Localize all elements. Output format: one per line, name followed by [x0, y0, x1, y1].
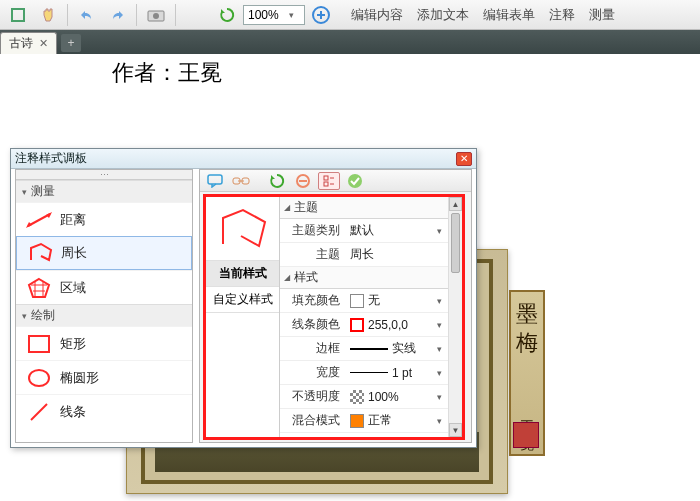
prop-theme[interactable]: 主题 周长: [280, 243, 448, 267]
svg-marker-9: [29, 279, 49, 297]
prop-width[interactable]: 宽度 1 pt▾: [280, 361, 448, 385]
line-sample-icon: [350, 348, 388, 350]
snapshot-icon[interactable]: [142, 3, 170, 27]
style-tab-custom[interactable]: 自定义样式: [206, 287, 279, 313]
svg-point-27: [348, 174, 362, 188]
group-style[interactable]: 样式: [280, 267, 448, 289]
svg-rect-17: [208, 175, 222, 184]
chevron-down-icon[interactable]: ▾: [437, 320, 442, 330]
title-strip: 墨 梅 王 冕: [509, 290, 545, 456]
menu-measure[interactable]: 测量: [589, 6, 615, 24]
tool-ellipse[interactable]: 椭圆形: [16, 360, 192, 394]
swatch-icon: [350, 294, 364, 308]
distance-icon: [26, 208, 52, 232]
chevron-down-icon[interactable]: ▾: [437, 368, 442, 378]
prop-border[interactable]: 边框 实线▾: [280, 337, 448, 361]
prop-fill-color[interactable]: 填充颜色 无▾: [280, 289, 448, 313]
svg-marker-7: [26, 222, 32, 228]
svg-rect-14: [29, 336, 49, 352]
ellipse-icon: [26, 366, 52, 390]
svg-rect-23: [324, 176, 328, 180]
chevron-down-icon[interactable]: ▾: [437, 392, 442, 402]
prop-blend-mode[interactable]: 混合模式 正常▾: [280, 409, 448, 433]
comment-icon[interactable]: [204, 172, 226, 190]
checklist-icon[interactable]: [318, 172, 340, 190]
scroll-down-icon[interactable]: ▼: [449, 423, 462, 437]
svg-line-6: [28, 214, 50, 226]
prop-stroke-color[interactable]: 线条颜色 255,0,0▾: [280, 313, 448, 337]
scrollbar[interactable]: ▲ ▼: [448, 197, 462, 437]
rectangle-icon: [26, 332, 52, 356]
tab-title: 古诗: [9, 35, 33, 52]
area-icon: [26, 276, 52, 300]
author-text: 作者：王冕: [112, 58, 672, 88]
zoom-value[interactable]: 100%: [248, 8, 279, 22]
svg-line-16: [31, 404, 47, 420]
svg-point-15: [29, 370, 49, 386]
zoom-combo[interactable]: 100% ▾: [243, 5, 305, 25]
scroll-up-icon[interactable]: ▲: [449, 197, 462, 211]
menu-add-text[interactable]: 添加文本: [417, 6, 469, 24]
delete-icon[interactable]: [292, 172, 314, 190]
seal-icon: [513, 422, 539, 448]
link-icon[interactable]: [230, 172, 252, 190]
grip-icon[interactable]: ⋯: [16, 170, 192, 180]
style-thumbnail: [206, 197, 279, 261]
prop-theme-category[interactable]: 主题类别 默认▾: [280, 219, 448, 243]
undo-icon[interactable]: [73, 3, 101, 27]
redo-icon[interactable]: [103, 3, 131, 27]
menu-edit-form[interactable]: 编辑表单: [483, 6, 535, 24]
menu-annotate[interactable]: 注释: [549, 6, 575, 24]
tool-line[interactable]: 线条: [16, 394, 192, 428]
close-icon[interactable]: ✕: [39, 37, 48, 50]
swatch-icon: [350, 414, 364, 428]
svg-point-2: [153, 13, 159, 19]
chevron-down-icon[interactable]: ▾: [289, 10, 294, 20]
annotation-style-panel: 注释样式调板 ✕ ⋯ 测量 距离: [10, 148, 477, 448]
hand-tool-icon[interactable]: [34, 3, 62, 27]
tab-strip: 古诗 ✕ +: [0, 30, 700, 54]
group-theme[interactable]: 主题: [280, 197, 448, 219]
prop-opacity[interactable]: 不透明度 100%▾: [280, 385, 448, 409]
svg-rect-24: [324, 182, 328, 186]
document-tab[interactable]: 古诗 ✕: [0, 32, 57, 54]
apply-icon[interactable]: [344, 172, 366, 190]
tool-rectangle[interactable]: 矩形: [16, 326, 192, 360]
new-tab-button[interactable]: +: [61, 34, 81, 52]
refresh-icon[interactable]: [213, 3, 241, 27]
document-area: 作者：王冕 墨 梅 王 冕 注释样式调板 ✕ ⋯ 测量: [0, 54, 700, 501]
line-sample-icon: [350, 372, 388, 373]
style-properties-pane: 当前样式 自定义样式 主题 主题类别 默认▾: [199, 169, 472, 443]
style-preset-column: 当前样式 自定义样式: [206, 197, 280, 437]
chevron-down-icon[interactable]: ▾: [437, 226, 442, 236]
category-measure[interactable]: 测量: [16, 180, 192, 202]
refresh-icon[interactable]: [266, 172, 288, 190]
tool-distance[interactable]: 距离: [16, 202, 192, 236]
tool-icon-1[interactable]: [4, 3, 32, 27]
line-icon: [26, 400, 52, 424]
menu-edit-content[interactable]: 编辑内容: [351, 6, 403, 24]
zoom-in-icon[interactable]: [307, 3, 335, 27]
main-toolbar: 100% ▾ 编辑内容 添加文本 编辑表单 注释 测量: [0, 0, 700, 30]
scrollbar-thumb[interactable]: [451, 213, 460, 273]
tool-area[interactable]: 区域: [16, 270, 192, 304]
tool-perimeter[interactable]: 周长: [16, 236, 192, 270]
property-list: 主题 主题类别 默认▾ 主题 周长 样式: [280, 197, 462, 437]
menu-bar: 编辑内容 添加文本 编辑表单 注释 测量: [351, 6, 615, 24]
tool-list: ⋯ 测量 距离 周长: [15, 169, 193, 443]
svg-rect-0: [12, 9, 24, 21]
style-tab-current[interactable]: 当前样式: [206, 261, 279, 287]
chevron-down-icon[interactable]: ▾: [437, 296, 442, 306]
checker-icon: [350, 390, 364, 404]
perimeter-icon: [27, 241, 53, 265]
panel-title: 注释样式调板: [15, 150, 87, 167]
close-icon[interactable]: ✕: [456, 152, 472, 166]
category-draw[interactable]: 绘制: [16, 304, 192, 326]
style-toolbar: [200, 170, 471, 192]
chevron-down-icon[interactable]: ▾: [437, 416, 442, 426]
svg-marker-8: [46, 212, 52, 218]
chevron-down-icon[interactable]: ▾: [437, 344, 442, 354]
swatch-icon: [350, 318, 364, 332]
